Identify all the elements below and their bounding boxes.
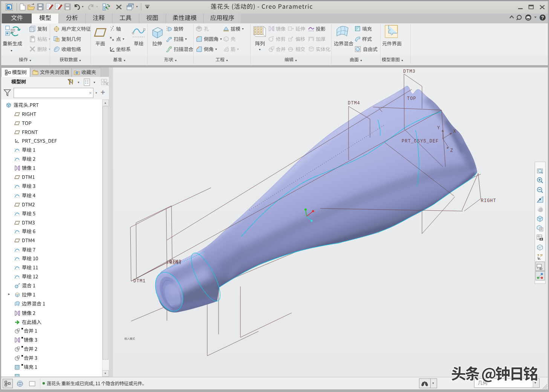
svg-text:?: ?: [541, 15, 544, 20]
